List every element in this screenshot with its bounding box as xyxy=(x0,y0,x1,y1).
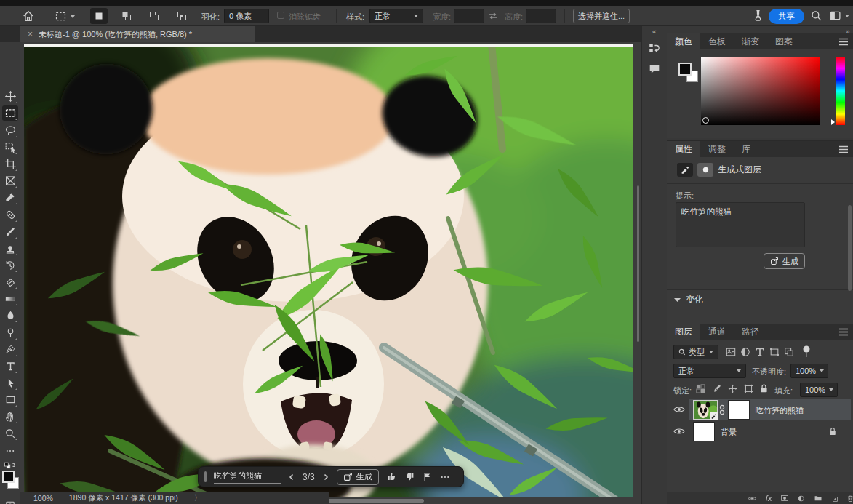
lasso-tool[interactable] xyxy=(2,123,18,138)
add-mask-icon[interactable] xyxy=(781,494,788,503)
mask-link-icon[interactable] xyxy=(719,404,725,415)
rectangle-tool[interactable] xyxy=(2,392,18,407)
gradient-tool[interactable] xyxy=(2,291,18,306)
blur-tool[interactable] xyxy=(2,308,18,323)
lock-transparent-icon[interactable] xyxy=(696,384,705,393)
properties-scrollbar[interactable] xyxy=(848,205,852,291)
background-lock-icon[interactable] xyxy=(828,426,837,436)
home-icon[interactable] xyxy=(22,9,35,23)
layer-thumbnail[interactable] xyxy=(693,400,718,420)
width-input[interactable] xyxy=(454,9,484,23)
pen-tool[interactable] xyxy=(2,342,18,357)
swap-width-height-icon[interactable] xyxy=(488,11,498,21)
blend-mode-select[interactable]: 正常 xyxy=(673,364,746,378)
clone-stamp-tool[interactable] xyxy=(2,241,18,256)
filter-adjustment-layers-icon[interactable] xyxy=(740,347,750,357)
contextual-taskbar[interactable]: 吃竹笋的熊猫 3/3 生成 xyxy=(198,466,464,487)
next-variation-icon[interactable] xyxy=(322,473,329,481)
marquee-tool-preset[interactable] xyxy=(55,10,75,23)
canvas-vertical-scrollbar[interactable] xyxy=(637,185,639,342)
tab-channels[interactable]: 通道 xyxy=(700,324,734,340)
tab-layers[interactable]: 图层 xyxy=(667,324,700,340)
hand-tool[interactable] xyxy=(2,409,18,424)
visibility-eye-icon[interactable] xyxy=(673,405,685,414)
prompt-textarea[interactable]: 吃竹笋的熊猫 xyxy=(676,202,805,247)
move-tool[interactable] xyxy=(2,89,18,104)
layer-row-generative[interactable]: 吃竹笋的熊猫 xyxy=(667,399,853,420)
add-adjustment-icon[interactable] xyxy=(798,494,804,503)
lock-position-icon[interactable] xyxy=(728,384,737,393)
tab-libraries[interactable]: 库 xyxy=(734,141,758,157)
filter-pixel-layers-icon[interactable] xyxy=(726,347,736,357)
thumbs-down-icon[interactable] xyxy=(404,471,415,482)
eraser-tool[interactable] xyxy=(2,274,18,289)
fill-value[interactable]: 100% xyxy=(800,383,838,397)
hue-slider-marker[interactable] xyxy=(831,119,835,125)
filter-shape-layers-icon[interactable] xyxy=(769,347,780,357)
document-tab[interactable]: × 未标题-1 @ 100% (吃竹笋的熊猫, RGB/8) * xyxy=(20,26,255,42)
color-field-marker[interactable] xyxy=(702,117,709,124)
close-tab-icon[interactable]: × xyxy=(28,29,33,39)
taskbar-generate-button[interactable]: 生成 xyxy=(337,469,379,485)
lock-pixels-icon[interactable] xyxy=(712,384,721,393)
new-group-folder-icon[interactable] xyxy=(814,494,822,503)
tab-swatches[interactable]: 色板 xyxy=(700,33,734,49)
layer-row-background[interactable]: 背景 xyxy=(667,421,853,442)
brush-tool[interactable] xyxy=(2,224,18,239)
canvas-horizontal-scrollbar[interactable] xyxy=(324,499,424,503)
history-panel-icon[interactable] xyxy=(648,42,661,55)
new-selection-mode-button[interactable] xyxy=(90,8,108,24)
share-button[interactable]: 共享 xyxy=(769,9,804,24)
collapse-panels-icon[interactable]: « xyxy=(652,28,656,36)
properties-generate-button[interactable]: 生成 xyxy=(764,253,805,269)
filter-smart-objects-icon[interactable] xyxy=(784,347,794,357)
tab-gradients[interactable]: 渐变 xyxy=(734,33,767,49)
tab-patterns[interactable]: 图案 xyxy=(767,33,801,49)
dodge-tool[interactable] xyxy=(2,325,18,340)
feather-input[interactable]: 0 像素 xyxy=(224,9,269,23)
hue-slider[interactable] xyxy=(836,57,845,125)
filter-type-layers-icon[interactable] xyxy=(755,347,765,357)
thumbs-up-icon[interactable] xyxy=(386,471,397,482)
tab-color[interactable]: 颜色 xyxy=(667,33,700,49)
beta-beaker-icon[interactable] xyxy=(752,9,764,22)
foreground-background-swatches[interactable] xyxy=(1,470,20,492)
workspace-switcher-icon[interactable] xyxy=(829,9,849,22)
previous-variation-icon[interactable] xyxy=(288,473,295,481)
layer-mask-thumbnail[interactable] xyxy=(728,400,750,420)
chevron-down-icon[interactable] xyxy=(674,298,681,303)
tab-properties[interactable]: 属性 xyxy=(667,141,700,157)
lock-all-icon[interactable] xyxy=(759,383,769,393)
antialias-checkbox[interactable] xyxy=(277,12,284,19)
layer-style-fx-icon[interactable]: fx xyxy=(766,494,772,503)
delete-layer-trash-icon[interactable] xyxy=(847,494,853,503)
eyedropper-tool[interactable] xyxy=(2,190,18,205)
quick-mask-icon[interactable] xyxy=(2,497,18,504)
color-saturation-field[interactable] xyxy=(701,57,820,125)
intersect-selection-mode-button[interactable] xyxy=(173,8,191,24)
drag-handle[interactable] xyxy=(204,471,207,482)
type-tool[interactable] xyxy=(2,359,18,374)
layers-panel-menu-icon[interactable] xyxy=(838,328,849,336)
tab-paths[interactable]: 路径 xyxy=(734,324,767,340)
add-to-selection-mode-button[interactable] xyxy=(118,8,135,24)
document-image[interactable] xyxy=(24,44,633,497)
panel-fg-bg-swatches[interactable] xyxy=(678,63,700,84)
status-chevron[interactable]: 〉 xyxy=(194,493,202,503)
edit-toolbar-ellipsis-icon[interactable] xyxy=(2,443,18,458)
zoom-tool[interactable] xyxy=(2,425,18,441)
color-panel-menu-icon[interactable] xyxy=(838,38,849,46)
new-layer-icon[interactable] xyxy=(831,494,838,503)
layer-thumbnail[interactable] xyxy=(693,422,715,441)
properties-panel-menu-icon[interactable] xyxy=(838,145,849,153)
visibility-eye-icon[interactable] xyxy=(673,427,685,436)
comments-panel-icon[interactable] xyxy=(648,63,661,76)
tab-adjustments[interactable]: 调整 xyxy=(700,141,734,157)
report-flag-icon[interactable] xyxy=(423,472,433,482)
path-selection-tool[interactable] xyxy=(2,375,18,391)
rectangular-marquee-tool[interactable] xyxy=(2,105,18,121)
filter-toggle-icon[interactable] xyxy=(802,345,811,358)
height-input[interactable] xyxy=(526,9,556,23)
select-and-mask-button[interactable]: 选择并遮住... xyxy=(573,9,630,23)
crop-tool[interactable] xyxy=(2,156,18,172)
